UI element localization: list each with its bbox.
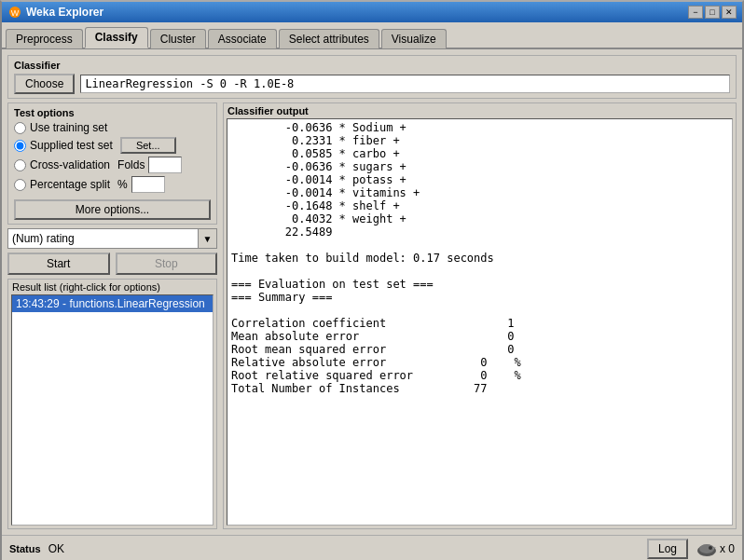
- status-bar: Status OK Log x 0: [2, 535, 742, 560]
- close-button[interactable]: ✕: [722, 6, 737, 19]
- set-button[interactable]: Set...: [120, 137, 176, 154]
- dropdown-arrow-icon[interactable]: ▼: [198, 229, 216, 248]
- cross-validation-radio[interactable]: [14, 159, 26, 171]
- result-list-header: Result list (right-click for options): [8, 280, 216, 294]
- tab-cluster[interactable]: Cluster: [150, 29, 206, 48]
- percentage-split-radio[interactable]: [14, 179, 26, 191]
- folds-input[interactable]: 10: [148, 157, 182, 173]
- tab-select-attributes[interactable]: Select attributes: [279, 29, 379, 48]
- test-options-section: Test options Use training set Supplied t…: [7, 102, 217, 225]
- stop-button[interactable]: Stop: [116, 253, 218, 275]
- log-button[interactable]: Log: [647, 539, 688, 559]
- choose-button[interactable]: Choose: [14, 74, 75, 94]
- classifier-row: Choose LinearRegression -S 0 -R 1.0E-8: [14, 74, 730, 94]
- use-training-set-radio[interactable]: [14, 122, 26, 134]
- more-options-button[interactable]: More options...: [14, 199, 211, 220]
- start-button[interactable]: Start: [7, 253, 110, 275]
- supplied-test-set-row: Supplied test set Set...: [14, 137, 211, 154]
- use-training-set-label: Use training set: [30, 121, 107, 134]
- title-bar: W Weka Explorer − □ ✕: [2, 2, 742, 22]
- status-count: x 0: [720, 542, 735, 555]
- window-controls: − □ ✕: [688, 6, 737, 19]
- classifier-section: Classifier Choose LinearRegression -S 0 …: [7, 55, 737, 99]
- tab-visualize[interactable]: Visualize: [381, 29, 447, 48]
- output-header: Classifier output: [224, 103, 736, 118]
- tab-bar: Preprocess Classify Cluster Associate Se…: [2, 22, 742, 49]
- svg-point-4: [709, 546, 712, 550]
- result-list-section: Result list (right-click for options) 13…: [7, 279, 217, 529]
- result-list-content: 13:43:29 - functions.LinearRegression: [11, 294, 214, 526]
- status-value: OK: [48, 542, 640, 555]
- cross-validation-label: Cross-validation: [30, 158, 110, 171]
- test-options-label: Test options: [14, 107, 211, 118]
- left-panel: Test options Use training set Supplied t…: [7, 102, 217, 529]
- folds-label: Folds: [117, 158, 145, 171]
- percentage-input[interactable]: 66: [131, 176, 165, 193]
- action-row: Start Stop: [7, 253, 217, 275]
- tab-classify[interactable]: Classify: [85, 27, 148, 48]
- status-icon-area: x 0: [696, 540, 735, 558]
- app-icon: W: [7, 5, 22, 20]
- weka-bird-icon: [696, 540, 718, 558]
- supplied-test-set-radio[interactable]: [14, 140, 26, 152]
- window-title: Weka Explorer: [26, 6, 688, 19]
- maximize-button[interactable]: □: [705, 6, 720, 19]
- tab-preprocess[interactable]: Preprocess: [6, 29, 83, 48]
- supplied-test-set-label: Supplied test set: [30, 139, 113, 152]
- classifier-label: Classifier: [14, 60, 730, 71]
- classifier-text-display: LinearRegression -S 0 -R 1.0E-8: [80, 75, 730, 93]
- result-list-item[interactable]: 13:43:29 - functions.LinearRegression: [12, 295, 213, 312]
- percentage-split-row: Percentage split % 66: [14, 176, 211, 193]
- cross-validation-row: Cross-validation Folds 10: [14, 157, 211, 173]
- dropdown-value: (Num) rating: [8, 229, 198, 248]
- use-training-set-row: Use training set: [14, 121, 211, 134]
- minimize-button[interactable]: −: [688, 6, 703, 19]
- status-label: Status: [9, 543, 41, 554]
- main-window: W Weka Explorer − □ ✕ Preprocess Classif…: [0, 0, 744, 560]
- content-area: Classifier Choose LinearRegression -S 0 …: [2, 49, 742, 535]
- svg-text:W: W: [11, 8, 20, 18]
- right-panel: Classifier output -0.0636 * Sodium + 0.2…: [223, 102, 737, 529]
- target-attribute-dropdown[interactable]: (Num) rating ▼: [7, 228, 217, 249]
- tab-associate[interactable]: Associate: [208, 29, 277, 48]
- percent-symbol: %: [117, 178, 128, 191]
- percentage-split-label: Percentage split: [30, 178, 110, 191]
- output-content[interactable]: -0.0636 * Sodium + 0.2331 * fiber + 0.05…: [227, 118, 733, 526]
- main-body: Test options Use training set Supplied t…: [7, 102, 737, 529]
